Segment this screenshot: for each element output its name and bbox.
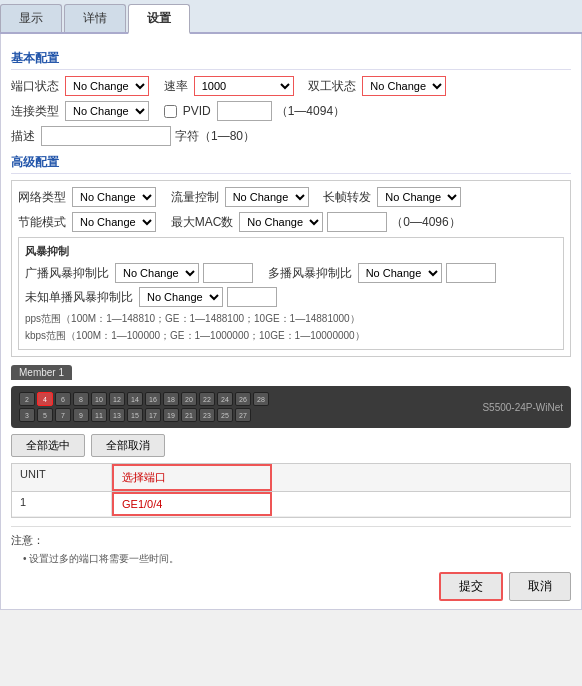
unit-cell: 1	[12, 492, 112, 516]
port-26[interactable]: 26	[235, 392, 251, 406]
port-header: 选择端口	[112, 464, 272, 491]
duplex-label: 双工状态	[308, 78, 356, 95]
flow-ctrl-label: 流量控制	[171, 189, 219, 206]
multicast-input[interactable]	[446, 263, 496, 283]
port-grid: 2 4 6 8 10 12 14 16 18 20 22 24 26 28	[19, 392, 269, 422]
port-24[interactable]: 24	[217, 392, 233, 406]
max-mac-hint: （0—4096）	[391, 214, 460, 231]
port-table: UNIT 选择端口 1 GE1/0/4	[11, 463, 571, 518]
port-14[interactable]: 14	[127, 392, 143, 406]
port-13[interactable]: 13	[109, 408, 125, 422]
submit-button[interactable]: 提交	[439, 572, 503, 601]
switch-model-label: S5500-24P-WiNet	[482, 402, 563, 413]
storm-title: 风暴抑制	[25, 244, 557, 259]
max-mac-label: 最大MAC数	[171, 214, 234, 231]
port-15[interactable]: 15	[127, 408, 143, 422]
multicast-select[interactable]: No Change	[358, 263, 442, 283]
pvid-input[interactable]	[217, 101, 272, 121]
port-21[interactable]: 21	[181, 408, 197, 422]
port-19[interactable]: 19	[163, 408, 179, 422]
port-18[interactable]: 18	[163, 392, 179, 406]
flow-ctrl-select[interactable]: No Change	[225, 187, 309, 207]
port-28[interactable]: 28	[253, 392, 269, 406]
port-9[interactable]: 9	[73, 408, 89, 422]
port-17[interactable]: 17	[145, 408, 161, 422]
adv-row1: 网络类型 No Change 流量控制 No Change 长帧转发 No Ch…	[18, 187, 564, 207]
port-16[interactable]: 16	[145, 392, 161, 406]
max-mac-input[interactable]	[327, 212, 387, 232]
multicast-label: 多播风暴抑制比	[268, 265, 352, 282]
port-7[interactable]: 7	[55, 408, 71, 422]
tab-display[interactable]: 显示	[0, 4, 62, 32]
cancel-button[interactable]: 取消	[509, 572, 571, 601]
pvid-label: PVID	[183, 104, 211, 118]
long-pkt-label: 长帧转发	[323, 189, 371, 206]
port-4[interactable]: 4	[37, 392, 53, 406]
advanced-section: 网络类型 No Change 流量控制 No Change 长帧转发 No Ch…	[11, 180, 571, 357]
connect-type-select[interactable]: No Change	[65, 101, 149, 121]
tab-detail[interactable]: 详情	[64, 4, 126, 32]
basic-config-title: 基本配置	[11, 50, 571, 70]
action-row: 全部选中 全部取消	[11, 434, 571, 457]
long-pkt-select[interactable]: No Change	[377, 187, 461, 207]
vlan-type-select[interactable]: No Change	[72, 187, 156, 207]
speed-select[interactable]: 1000 Auto 10 100 10000	[194, 76, 294, 96]
select-all-button[interactable]: 全部选中	[11, 434, 85, 457]
desc-input[interactable]	[41, 126, 171, 146]
duplex-select[interactable]: No Change	[362, 76, 446, 96]
desc-label: 描述	[11, 128, 35, 145]
port-22[interactable]: 22	[199, 392, 215, 406]
tab-settings[interactable]: 设置	[128, 4, 190, 34]
unknown-select[interactable]: No Change	[139, 287, 223, 307]
unknown-label: 未知单播风暴抑制比	[25, 289, 133, 306]
table-row: 1 GE1/0/4	[12, 492, 570, 517]
port-11[interactable]: 11	[91, 408, 107, 422]
vlan-type-label: 网络类型	[18, 189, 66, 206]
speed-label: 速率	[164, 78, 188, 95]
connect-type-label: 连接类型	[11, 103, 59, 120]
footer-buttons: 提交 取消	[11, 572, 571, 601]
port-20[interactable]: 20	[181, 392, 197, 406]
energy-mode-select[interactable]: No Change	[72, 212, 156, 232]
switch-panel: 2 4 6 8 10 12 14 16 18 20 22 24 26 28	[11, 386, 571, 428]
energy-mode-label: 节能模式	[18, 214, 66, 231]
port-status-label: 端口状态	[11, 78, 59, 95]
basic-row2: 连接类型 No Change PVID （1—4094）	[11, 101, 571, 121]
note-item: • 设置过多的端口将需要一些时间。	[11, 552, 571, 566]
desc-hint: 字符（1—80）	[175, 128, 255, 145]
note-title: 注意：	[11, 533, 571, 548]
storm-hint2: kbps范围（100M：1—100000；GE：1—1000000；10GE：1…	[25, 329, 557, 343]
switch-area: Member 1 2 4 6 8 10 12 14 16 18 20 22 24	[11, 365, 571, 428]
advanced-config-title: 高级配置	[11, 154, 571, 174]
port-status-select[interactable]: No Change	[65, 76, 149, 96]
unknown-input[interactable]	[227, 287, 277, 307]
bot-port-row: 3 5 7 9 11 13 15 17 19 21 23 25 27	[19, 408, 269, 422]
max-mac-select[interactable]: No Change	[239, 212, 323, 232]
top-port-row: 2 4 6 8 10 12 14 16 18 20 22 24 26 28	[19, 392, 269, 406]
basic-row3: 描述 字符（1—80）	[11, 126, 571, 146]
deselect-all-button[interactable]: 全部取消	[91, 434, 165, 457]
port-3[interactable]: 3	[19, 408, 35, 422]
storm-row1: 广播风暴抑制比 No Change 多播风暴抑制比 No Change 未知单播…	[25, 263, 557, 307]
port-25[interactable]: 25	[217, 408, 233, 422]
port-12[interactable]: 12	[109, 392, 125, 406]
port-8[interactable]: 8	[73, 392, 89, 406]
pvid-hint: （1—4094）	[276, 103, 345, 120]
member-tab[interactable]: Member 1	[11, 365, 72, 380]
footer: 注意： • 设置过多的端口将需要一些时间。 提交 取消	[11, 526, 571, 601]
pvid-checkbox[interactable]	[164, 105, 177, 118]
storm-section: 风暴抑制 广播风暴抑制比 No Change 多播风暴抑制比 No Change…	[18, 237, 564, 350]
unit-header: UNIT	[12, 464, 112, 491]
port-6[interactable]: 6	[55, 392, 71, 406]
port-5[interactable]: 5	[37, 408, 53, 422]
port-27[interactable]: 27	[235, 408, 251, 422]
port-2[interactable]: 2	[19, 392, 35, 406]
tab-bar: 显示 详情 设置	[0, 0, 582, 34]
port-10[interactable]: 10	[91, 392, 107, 406]
broadcast-input[interactable]	[203, 263, 253, 283]
adv-row2: 节能模式 No Change 最大MAC数 No Change （0—4096）	[18, 212, 564, 232]
basic-row1: 端口状态 No Change 速率 1000 Auto 10 100 10000…	[11, 76, 571, 96]
storm-hint1: pps范围（100M：1—148810；GE：1—1488100；10GE：1—…	[25, 312, 557, 326]
port-23[interactable]: 23	[199, 408, 215, 422]
broadcast-select[interactable]: No Change	[115, 263, 199, 283]
